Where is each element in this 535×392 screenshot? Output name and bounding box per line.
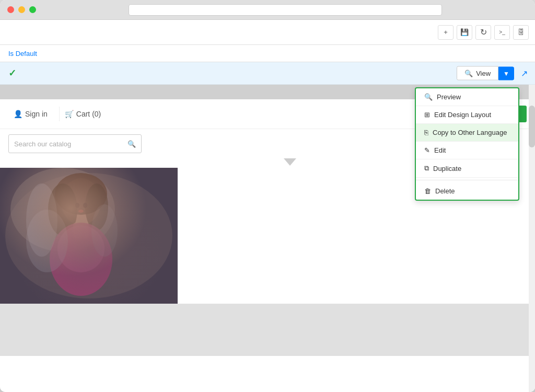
edit-design-label: Edit Design Layout <box>434 111 491 119</box>
table-header: Is Default <box>0 45 535 62</box>
dropdown-divider <box>416 180 518 180</box>
toolbar: + 💾 ↻ >_ 🗄 <box>0 20 535 45</box>
delete-label: Delete <box>435 187 455 195</box>
search-icon: 🔍 <box>127 140 136 148</box>
url-bar[interactable] <box>129 4 442 16</box>
eye-icon: 🔍 <box>464 70 473 77</box>
page-background <box>0 304 535 356</box>
person-icon: 👤 <box>14 110 22 118</box>
svg-point-14 <box>83 203 87 208</box>
close-button[interactable] <box>7 6 14 13</box>
trash-icon: 🗑 <box>424 187 431 195</box>
svg-point-4 <box>55 173 107 215</box>
cart-label: Cart (0) <box>76 110 101 118</box>
dropdown-item-edit[interactable]: ✎ Edit <box>416 142 518 159</box>
add-button[interactable]: + <box>438 25 453 40</box>
chevron-down-icon: ▼ <box>503 70 509 77</box>
titlebar <box>0 0 535 20</box>
default-checkmark: ✓ <box>8 67 16 79</box>
db-icon: 🗄 <box>518 28 525 36</box>
hero-image <box>0 168 178 304</box>
save-button[interactable]: 💾 <box>457 25 472 40</box>
table-area: ✓ 🔍 View ▼ ↗ 🔍 Preview ⊞ Edit Design Lay… <box>0 62 535 85</box>
preview-label: Preview <box>437 93 461 101</box>
cart-button[interactable]: 🛒 Cart (0) <box>59 107 106 121</box>
scrollbar-thumb[interactable] <box>529 106 535 147</box>
svg-point-5 <box>48 183 77 236</box>
dropdown-item-delete[interactable]: 🗑 Delete <box>416 182 518 200</box>
svg-point-12 <box>91 204 118 257</box>
dropdown-menu: 🔍 Preview ⊞ Edit Design Layout ⎘ Copy to… <box>415 87 519 201</box>
svg-rect-0 <box>0 168 178 304</box>
expand-icon[interactable]: ↗ <box>521 68 528 78</box>
svg-point-11 <box>26 183 57 257</box>
search-placeholder: Search our catalog <box>14 140 71 148</box>
svg-point-15 <box>78 210 84 213</box>
save-icon: 💾 <box>460 28 469 36</box>
dropdown-item-preview[interactable]: 🔍 Preview <box>416 88 518 106</box>
copy-icon: ⎘ <box>424 129 428 136</box>
cart-icon: 🛒 <box>65 110 74 118</box>
edit-icon: ✎ <box>424 146 430 154</box>
svg-point-13 <box>75 203 79 208</box>
view-button[interactable]: 🔍 View <box>457 66 498 80</box>
terminal-button[interactable]: >_ <box>494 25 510 40</box>
refresh-button[interactable]: ↻ <box>475 25 491 40</box>
edit-label: Edit <box>434 146 446 154</box>
duplicate-icon: ⧉ <box>424 164 429 172</box>
svg-point-2 <box>10 168 115 251</box>
scrollbar[interactable] <box>529 85 535 392</box>
dropdown-item-copy-lang[interactable]: ⎘ Copy to Other Language <box>416 124 518 142</box>
view-button-group: 🔍 View ▼ <box>457 66 514 80</box>
svg-point-8 <box>50 223 112 296</box>
minimize-button[interactable] <box>18 6 25 13</box>
dropdown-item-edit-design[interactable]: ⊞ Edit Design Layout <box>416 106 518 124</box>
maximize-button[interactable] <box>29 6 36 13</box>
table-row: ✓ 🔍 View ▼ ↗ <box>0 62 535 85</box>
dropdown-item-duplicate[interactable]: ⧉ Duplicate <box>416 159 518 178</box>
copy-lang-label: Copy to Other Language <box>433 129 507 136</box>
refresh-icon: ↻ <box>480 27 487 37</box>
terminal-icon: >_ <box>499 29 505 35</box>
main-window: + 💾 ↻ >_ 🗄 Is Default ✓ 🔍 View <box>0 0 535 392</box>
traffic-lights <box>7 6 36 13</box>
layout-icon: ⊞ <box>424 111 430 119</box>
plus-icon: + <box>444 28 448 36</box>
is-default-column-header: Is Default <box>8 50 37 57</box>
view-button-label: View <box>476 70 491 77</box>
svg-rect-7 <box>73 223 89 238</box>
sign-in-label: Sign in <box>25 110 48 118</box>
svg-point-3 <box>61 178 101 225</box>
db-button[interactable]: 🗄 <box>513 25 529 40</box>
view-dropdown-toggle[interactable]: ▼ <box>498 66 514 80</box>
preview-icon: 🔍 <box>424 93 433 101</box>
dropdown-arrow-icon <box>284 158 296 166</box>
svg-point-9 <box>57 225 104 272</box>
svg-point-10 <box>26 210 68 272</box>
search-box[interactable]: Search our catalog 🔍 <box>8 134 142 153</box>
duplicate-label: Duplicate <box>433 165 461 172</box>
svg-point-1 <box>5 173 172 298</box>
fashion-svg <box>0 168 178 304</box>
sign-in-button[interactable]: 👤 Sign in <box>8 107 53 121</box>
svg-point-6 <box>85 183 108 230</box>
